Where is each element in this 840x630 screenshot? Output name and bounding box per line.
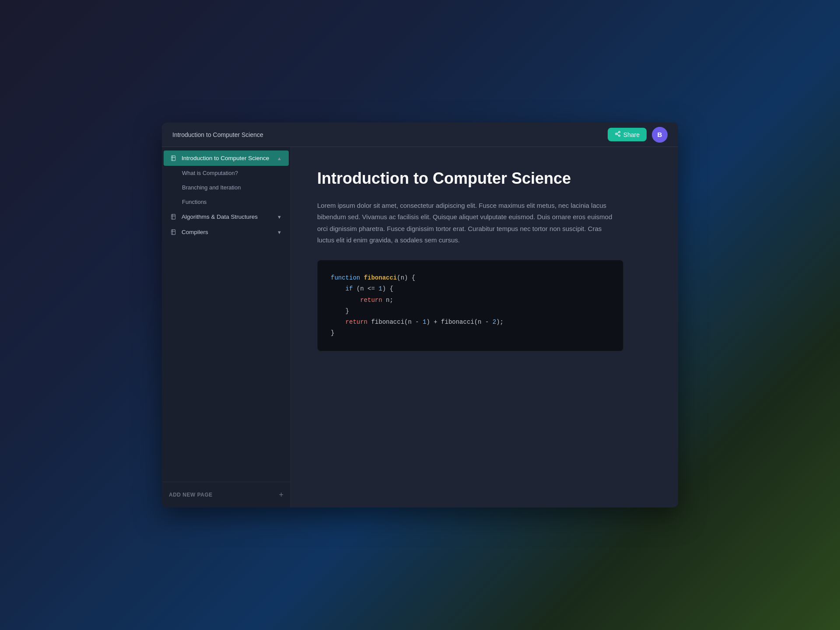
share-button[interactable]: Share bbox=[608, 128, 647, 141]
sidebar-item-intro-cs-label: Introduction to Computer Science bbox=[182, 155, 269, 161]
add-new-page-button[interactable]: ADD NEW PAGE + bbox=[169, 489, 284, 500]
avatar[interactable]: B bbox=[652, 127, 668, 143]
page-title: Introduction to Computer Science bbox=[317, 169, 652, 188]
header: Introduction to Computer Science Share B bbox=[162, 122, 678, 147]
svg-rect-5 bbox=[172, 156, 175, 161]
code-content: function fibonacci(n) { if (n <= 1) { re… bbox=[331, 273, 610, 339]
sidebar-item-algorithms-label: Algorithms & Data Structures bbox=[182, 214, 258, 220]
page-body: Lorem ipsum dolor sit amet, consectetur … bbox=[317, 200, 615, 246]
sidebar-sub-item-what-is-computation[interactable]: What is Computation? bbox=[164, 166, 289, 180]
sidebar-item-compilers-label: Compilers bbox=[182, 229, 208, 235]
sidebar: Introduction to Computer Science ▲ What … bbox=[162, 147, 291, 508]
book-icon-2 bbox=[171, 214, 177, 220]
book-icon-3 bbox=[171, 229, 177, 235]
share-icon bbox=[615, 131, 621, 138]
main-content: Introduction to Computer Science Lorem i… bbox=[291, 147, 678, 508]
chevron-down-icon-2: ▼ bbox=[277, 214, 282, 220]
sidebar-nav: Introduction to Computer Science ▲ What … bbox=[162, 147, 290, 482]
sidebar-item-intro-cs[interactable]: Introduction to Computer Science ▲ bbox=[164, 150, 289, 166]
svg-rect-8 bbox=[172, 214, 175, 219]
chevron-up-icon: ▲ bbox=[277, 156, 282, 161]
sidebar-footer: ADD NEW PAGE + bbox=[162, 482, 290, 508]
sidebar-item-algorithms[interactable]: Algorithms & Data Structures ▼ bbox=[164, 209, 289, 224]
plus-icon: + bbox=[279, 491, 284, 499]
main-layout: Introduction to Computer Science ▲ What … bbox=[162, 147, 678, 508]
app-window: Introduction to Computer Science Share B bbox=[162, 122, 678, 508]
svg-line-4 bbox=[617, 133, 619, 133]
header-title: Introduction to Computer Science bbox=[172, 131, 263, 138]
svg-point-0 bbox=[618, 131, 620, 133]
code-block: function fibonacci(n) { if (n <= 1) { re… bbox=[317, 260, 623, 351]
add-new-page-label: ADD NEW PAGE bbox=[169, 492, 213, 498]
share-label: Share bbox=[623, 131, 640, 138]
sidebar-sub-item-branching[interactable]: Branching and Iteration bbox=[164, 180, 289, 195]
header-actions: Share B bbox=[608, 127, 668, 143]
sidebar-sub-item-functions[interactable]: Functions bbox=[164, 195, 289, 209]
sidebar-item-compilers[interactable]: Compilers ▼ bbox=[164, 224, 289, 240]
svg-point-2 bbox=[618, 135, 620, 136]
svg-rect-11 bbox=[172, 230, 175, 234]
book-icon bbox=[171, 155, 177, 161]
chevron-down-icon-3: ▼ bbox=[277, 230, 282, 235]
svg-line-3 bbox=[617, 134, 619, 135]
svg-point-1 bbox=[615, 133, 617, 135]
